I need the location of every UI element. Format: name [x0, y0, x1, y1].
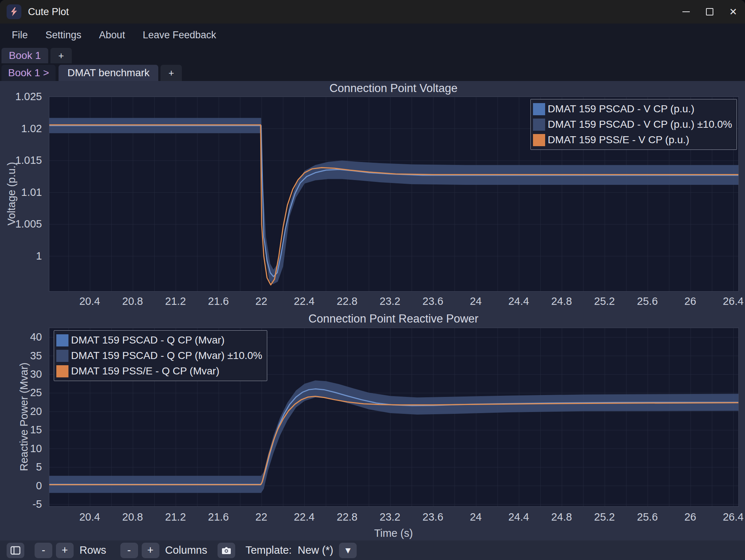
- y-tick-label: -5: [0, 498, 42, 510]
- y-tick-label: 5: [0, 461, 42, 473]
- menu-settings[interactable]: Settings: [46, 29, 82, 41]
- charts-area: Connection Point Voltage Voltage (p.u.) …: [0, 81, 745, 540]
- legend: DMAT 159 PSCAD - Q CP (Mvar)DMAT 159 PSC…: [54, 330, 267, 381]
- y-tick-label: 15: [0, 423, 42, 436]
- legend-swatch: [533, 134, 545, 146]
- x-tick-label: 20.8: [122, 511, 143, 523]
- minimize-icon: [682, 11, 690, 12]
- menu-bar: File Settings About Leave Feedback: [0, 24, 745, 46]
- x-tick-label: 23.2: [379, 511, 400, 523]
- app-logo-icon: [7, 4, 21, 19]
- legend-swatch: [56, 350, 68, 362]
- add-page-button[interactable]: +: [160, 65, 182, 81]
- screenshot-button[interactable]: [218, 543, 235, 558]
- legend-entry[interactable]: DMAT 159 PSS/E - Q CP (Mvar): [56, 363, 262, 379]
- chart-title: Connection Point Voltage: [49, 82, 738, 95]
- camera-icon: [221, 546, 232, 555]
- x-tick-label: 20.4: [79, 295, 100, 307]
- close-icon: ✕: [729, 7, 737, 17]
- columns-label: Columns: [165, 544, 207, 556]
- template-dropdown-button[interactable]: ▼: [339, 543, 357, 558]
- template-value[interactable]: New (*): [298, 544, 333, 556]
- legend-label: DMAT 159 PSCAD - V CP (p.u.) ±10.0%: [548, 119, 732, 130]
- y-tick-label: 1.015: [0, 154, 42, 166]
- legend-swatch: [533, 103, 545, 115]
- x-tick-label: 22: [255, 295, 267, 307]
- add-column-button[interactable]: +: [142, 543, 159, 558]
- legend-entry[interactable]: DMAT 159 PSS/E - V CP (p.u.): [533, 132, 732, 148]
- add-row-button[interactable]: +: [56, 543, 74, 558]
- title-bar: Cute Plot ✕: [0, 0, 745, 24]
- x-tick-label: 23.6: [423, 295, 443, 307]
- legend-entry[interactable]: DMAT 159 PSCAD - Q CP (Mvar): [56, 332, 262, 348]
- x-tick-label: 21.2: [165, 295, 186, 307]
- y-tick-label: 1.005: [0, 218, 42, 230]
- remove-row-button[interactable]: -: [35, 543, 52, 558]
- y-tick-label: 1.025: [0, 90, 42, 103]
- x-tick-label: 26.4: [723, 511, 744, 523]
- maximize-button[interactable]: [698, 0, 721, 24]
- legend-label: DMAT 159 PSCAD - Q CP (Mvar) ±10.0%: [71, 350, 262, 362]
- legend-label: DMAT 159 PSS/E - Q CP (Mvar): [71, 365, 219, 377]
- menu-file[interactable]: File: [12, 29, 28, 41]
- x-tick-label: 22.8: [337, 511, 357, 523]
- x-tick-label: 26.4: [723, 295, 744, 307]
- minimize-button[interactable]: [674, 0, 698, 24]
- x-tick-label: 24.4: [508, 295, 529, 307]
- page-tab-dmat-benchmark[interactable]: DMAT benchmark: [59, 65, 158, 81]
- menu-leave-feedback[interactable]: Leave Feedback: [143, 29, 216, 41]
- legend-swatch: [56, 334, 68, 346]
- legend-entry[interactable]: DMAT 159 PSCAD - Q CP (Mvar) ±10.0%: [56, 348, 262, 363]
- legend-label: DMAT 159 PSCAD - Q CP (Mvar): [71, 334, 225, 346]
- reactive-power-chart: Connection Point Reactive Power Reactive…: [0, 312, 745, 540]
- page-tab-bar: Book 1 > DMAT benchmark +: [0, 63, 745, 81]
- legend-label: DMAT 159 PSCAD - V CP (p.u.): [548, 103, 694, 115]
- x-tick-label: 24: [470, 511, 481, 523]
- legend-label: DMAT 159 PSS/E - V CP (p.u.): [548, 134, 689, 146]
- legend-entry[interactable]: DMAT 159 PSCAD - V CP (p.u.) ±10.0%: [533, 117, 732, 132]
- x-tick-label: 21.6: [208, 295, 229, 307]
- tolerance-band: [49, 380, 738, 493]
- plot-area: DMAT 159 PSCAD - V CP (p.u.)DMAT 159 PSC…: [49, 96, 739, 292]
- book-tab[interactable]: Book 1: [1, 48, 48, 63]
- lightning-bolt-icon: [9, 7, 19, 17]
- bottom-toolbar: - + Rows - + Columns Template: New (*) ▼: [0, 540, 745, 560]
- close-button[interactable]: ✕: [721, 0, 745, 24]
- y-tick-label: 35: [0, 349, 42, 362]
- legend-swatch: [56, 365, 68, 377]
- y-tick-label: 1.01: [0, 186, 42, 198]
- x-tick-label: 24.8: [551, 295, 572, 307]
- add-book-button[interactable]: +: [50, 48, 72, 63]
- x-tick-label: 22.8: [337, 295, 357, 307]
- y-axis-ticks: 11.0051.011.0151.021.025: [0, 96, 46, 291]
- x-tick-label: 26: [684, 295, 696, 307]
- breadcrumb[interactable]: Book 1 >: [1, 65, 56, 81]
- window-controls: ✕: [674, 0, 745, 24]
- toggle-panel-button[interactable]: [7, 543, 24, 558]
- legend-entry[interactable]: DMAT 159 PSCAD - V CP (p.u.): [533, 101, 732, 117]
- x-tick-label: 22: [255, 511, 267, 523]
- y-tick-label: 0: [0, 479, 42, 492]
- maximize-icon: [706, 8, 713, 15]
- x-tick-label: 21.6: [208, 511, 229, 523]
- chart-title: Connection Point Reactive Power: [49, 312, 738, 325]
- x-axis-ticks: 20.420.821.221.62222.422.823.223.62424.4…: [49, 509, 738, 524]
- x-tick-label: 24: [470, 295, 481, 307]
- y-tick-label: 1.02: [0, 122, 42, 135]
- x-tick-label: 25.6: [637, 295, 658, 307]
- legend-swatch: [533, 119, 545, 131]
- x-tick-label: 25.2: [594, 295, 615, 307]
- y-tick-label: 30: [0, 368, 42, 380]
- legend: DMAT 159 PSCAD - V CP (p.u.)DMAT 159 PSC…: [530, 99, 737, 150]
- layout-panel-icon: [10, 546, 21, 555]
- x-tick-label: 22.4: [294, 511, 314, 523]
- menu-about[interactable]: About: [99, 29, 125, 41]
- x-tick-label: 23.2: [379, 295, 400, 307]
- x-tick-label: 20.4: [79, 511, 100, 523]
- template-label: Template:: [246, 544, 292, 556]
- remove-column-button[interactable]: -: [120, 543, 138, 558]
- plot-area: DMAT 159 PSCAD - Q CP (Mvar)DMAT 159 PSC…: [49, 328, 739, 507]
- book-tab-bar: Book 1 +: [0, 46, 745, 63]
- x-axis-label: Time (s): [49, 527, 738, 539]
- x-tick-label: 24.8: [551, 511, 572, 523]
